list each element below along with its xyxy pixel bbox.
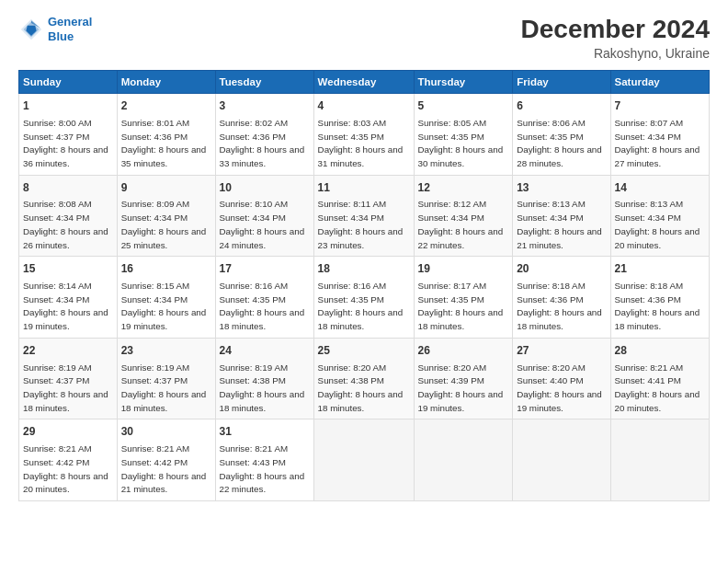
table-row: 16Sunrise: 8:15 AMSunset: 4:34 PMDayligh… (117, 257, 215, 339)
calendar-week-row: 22Sunrise: 8:19 AMSunset: 4:37 PMDayligh… (19, 338, 710, 419)
header-sunday: Sunday (19, 71, 118, 94)
table-row (513, 419, 610, 501)
day-number: 16 (121, 261, 211, 277)
day-number: 17 (220, 261, 310, 277)
day-number: 20 (517, 261, 606, 277)
table-row: 6Sunrise: 8:06 AMSunset: 4:35 PMDaylight… (513, 94, 610, 176)
day-number: 9 (121, 180, 211, 196)
table-row: 9Sunrise: 8:09 AMSunset: 4:34 PMDaylight… (117, 175, 215, 257)
day-info: Sunrise: 8:17 AMSunset: 4:35 PMDaylight:… (418, 281, 504, 331)
logo: General Blue (18, 15, 92, 43)
day-info: Sunrise: 8:06 AMSunset: 4:35 PMDaylight:… (517, 118, 602, 168)
main-title: December 2024 (521, 15, 710, 44)
logo-text: General Blue (48, 15, 92, 43)
day-info: Sunrise: 8:15 AMSunset: 4:34 PMDaylight:… (121, 281, 207, 331)
day-info: Sunrise: 8:19 AMSunset: 4:37 PMDaylight:… (23, 362, 108, 413)
calendar-week-row: 8Sunrise: 8:08 AMSunset: 4:34 PMDaylight… (19, 175, 710, 257)
day-info: Sunrise: 8:03 AMSunset: 4:35 PMDaylight:… (318, 118, 404, 168)
day-info: Sunrise: 8:21 AMSunset: 4:42 PMDaylight:… (23, 443, 108, 494)
table-row (610, 419, 710, 501)
table-row: 15Sunrise: 8:14 AMSunset: 4:34 PMDayligh… (19, 257, 118, 339)
day-info: Sunrise: 8:21 AMSunset: 4:42 PMDaylight:… (121, 443, 207, 494)
table-row: 22Sunrise: 8:19 AMSunset: 4:37 PMDayligh… (19, 338, 118, 419)
title-block: December 2024 Rakoshyno, Ukraine (521, 15, 710, 61)
day-info: Sunrise: 8:02 AMSunset: 4:36 PMDaylight:… (220, 118, 305, 168)
table-row: 14Sunrise: 8:13 AMSunset: 4:34 PMDayligh… (610, 175, 710, 257)
table-row: 4Sunrise: 8:03 AMSunset: 4:35 PMDaylight… (313, 94, 414, 176)
table-row: 26Sunrise: 8:20 AMSunset: 4:39 PMDayligh… (414, 338, 513, 419)
calendar-header-row: Sunday Monday Tuesday Wednesday Thursday… (19, 71, 710, 94)
table-row: 25Sunrise: 8:20 AMSunset: 4:38 PMDayligh… (313, 338, 414, 419)
day-info: Sunrise: 8:21 AMSunset: 4:41 PMDaylight:… (615, 362, 700, 413)
table-row: 27Sunrise: 8:20 AMSunset: 4:40 PMDayligh… (513, 338, 610, 419)
header-friday: Friday (513, 71, 610, 94)
header: General Blue December 2024 Rakoshyno, Uk… (18, 15, 710, 61)
table-row: 31Sunrise: 8:21 AMSunset: 4:43 PMDayligh… (215, 419, 313, 501)
calendar-week-row: 15Sunrise: 8:14 AMSunset: 4:34 PMDayligh… (19, 257, 710, 339)
table-row: 24Sunrise: 8:19 AMSunset: 4:38 PMDayligh… (215, 338, 313, 419)
day-info: Sunrise: 8:14 AMSunset: 4:34 PMDaylight:… (23, 281, 108, 331)
day-number: 15 (23, 261, 113, 277)
table-row: 8Sunrise: 8:08 AMSunset: 4:34 PMDaylight… (19, 175, 118, 257)
header-thursday: Thursday (414, 71, 513, 94)
day-number: 6 (517, 98, 606, 114)
day-info: Sunrise: 8:08 AMSunset: 4:34 PMDaylight:… (23, 199, 108, 249)
day-number: 13 (517, 180, 606, 196)
table-row (414, 419, 513, 501)
day-number: 7 (615, 98, 706, 114)
day-info: Sunrise: 8:01 AMSunset: 4:36 PMDaylight:… (121, 118, 207, 168)
day-number: 11 (318, 180, 410, 196)
day-number: 25 (318, 343, 410, 359)
subtitle: Rakoshyno, Ukraine (521, 46, 710, 61)
day-number: 10 (220, 180, 310, 196)
day-info: Sunrise: 8:20 AMSunset: 4:38 PMDaylight:… (318, 362, 404, 413)
day-number: 18 (318, 261, 410, 277)
table-row: 29Sunrise: 8:21 AMSunset: 4:42 PMDayligh… (19, 419, 118, 501)
calendar-week-row: 1Sunrise: 8:00 AMSunset: 4:37 PMDaylight… (19, 94, 710, 176)
day-info: Sunrise: 8:16 AMSunset: 4:35 PMDaylight:… (220, 281, 305, 331)
table-row: 1Sunrise: 8:00 AMSunset: 4:37 PMDaylight… (19, 94, 118, 176)
day-info: Sunrise: 8:09 AMSunset: 4:34 PMDaylight:… (121, 199, 207, 249)
day-number: 24 (220, 343, 310, 359)
day-number: 8 (23, 180, 113, 196)
table-row: 17Sunrise: 8:16 AMSunset: 4:35 PMDayligh… (215, 257, 313, 339)
day-info: Sunrise: 8:19 AMSunset: 4:38 PMDaylight:… (220, 362, 305, 413)
table-row: 18Sunrise: 8:16 AMSunset: 4:35 PMDayligh… (313, 257, 414, 339)
day-number: 29 (23, 424, 113, 440)
day-number: 19 (418, 261, 509, 277)
day-number: 1 (23, 98, 113, 114)
table-row: 2Sunrise: 8:01 AMSunset: 4:36 PMDaylight… (117, 94, 215, 176)
header-monday: Monday (117, 71, 215, 94)
day-number: 27 (517, 343, 606, 359)
day-number: 22 (23, 343, 113, 359)
header-wednesday: Wednesday (313, 71, 414, 94)
header-tuesday: Tuesday (215, 71, 313, 94)
day-number: 12 (418, 180, 509, 196)
table-row: 7Sunrise: 8:07 AMSunset: 4:34 PMDaylight… (610, 94, 710, 176)
table-row: 5Sunrise: 8:05 AMSunset: 4:35 PMDaylight… (414, 94, 513, 176)
day-info: Sunrise: 8:11 AMSunset: 4:34 PMDaylight:… (318, 199, 404, 249)
day-info: Sunrise: 8:10 AMSunset: 4:34 PMDaylight:… (220, 199, 305, 249)
logo-general: General (48, 15, 92, 29)
logo-icon (18, 17, 44, 42)
day-info: Sunrise: 8:20 AMSunset: 4:39 PMDaylight:… (418, 362, 504, 413)
day-number: 3 (220, 98, 310, 114)
table-row: 11Sunrise: 8:11 AMSunset: 4:34 PMDayligh… (313, 175, 414, 257)
day-number: 5 (418, 98, 509, 114)
day-info: Sunrise: 8:07 AMSunset: 4:34 PMDaylight:… (615, 118, 700, 168)
table-row: 19Sunrise: 8:17 AMSunset: 4:35 PMDayligh… (414, 257, 513, 339)
table-row: 30Sunrise: 8:21 AMSunset: 4:42 PMDayligh… (117, 419, 215, 501)
day-info: Sunrise: 8:05 AMSunset: 4:35 PMDaylight:… (418, 118, 504, 168)
day-info: Sunrise: 8:20 AMSunset: 4:40 PMDaylight:… (517, 362, 602, 413)
table-row (313, 419, 414, 501)
day-number: 2 (121, 98, 211, 114)
day-number: 26 (418, 343, 509, 359)
day-number: 4 (318, 98, 410, 114)
day-number: 23 (121, 343, 211, 359)
day-info: Sunrise: 8:16 AMSunset: 4:35 PMDaylight:… (318, 281, 404, 331)
logo-blue: Blue (48, 29, 74, 43)
table-row: 28Sunrise: 8:21 AMSunset: 4:41 PMDayligh… (610, 338, 710, 419)
table-row: 12Sunrise: 8:12 AMSunset: 4:34 PMDayligh… (414, 175, 513, 257)
table-row: 10Sunrise: 8:10 AMSunset: 4:34 PMDayligh… (215, 175, 313, 257)
header-saturday: Saturday (610, 71, 710, 94)
